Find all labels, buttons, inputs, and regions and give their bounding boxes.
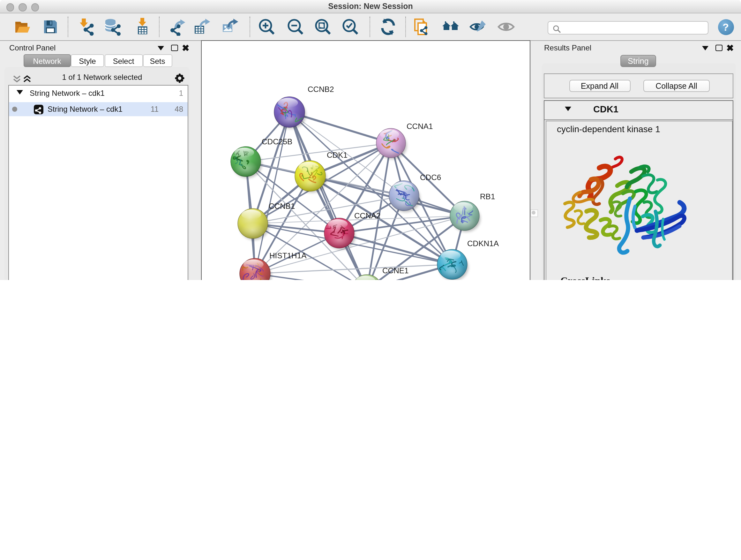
svg-text:CCNE1: CCNE1: [382, 266, 408, 274]
svg-text:CDC25B: CDC25B: [261, 137, 292, 145]
svg-text:CCNA1: CCNA1: [406, 122, 433, 130]
svg-text:CCNA2: CCNA2: [354, 211, 381, 220]
svg-text:CCNB2: CCNB2: [307, 84, 334, 93]
svg-text:CDC6: CDC6: [420, 173, 441, 181]
svg-text:HIST1H1A: HIST1H1A: [269, 251, 307, 260]
svg-text:CDKN1A: CDKN1A: [467, 239, 499, 247]
svg-text:CDK1: CDK1: [327, 150, 347, 159]
svg-text:CCNB1: CCNB1: [268, 201, 295, 210]
svg-text:RB1: RB1: [480, 192, 495, 200]
